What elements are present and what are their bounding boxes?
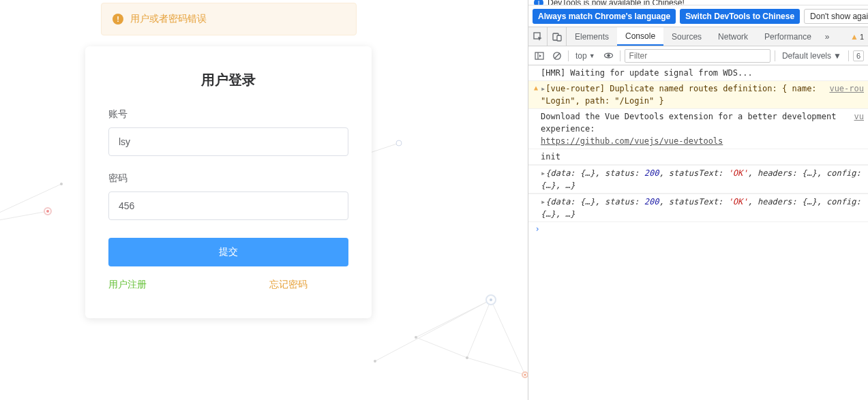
log-message: [HMR] Waiting for update signal from WDS… <box>541 67 864 79</box>
bg-decoration <box>368 273 539 400</box>
password-label: 密码 <box>108 172 348 185</box>
console-log-line: init <box>528 149 868 165</box>
device-toolbar-icon[interactable] <box>548 27 567 46</box>
tab-console[interactable]: Console <box>617 27 663 46</box>
devtools-panel: i DevTools is now available in Chinese! … <box>528 0 868 400</box>
svg-rect-23 <box>557 35 561 41</box>
svg-point-17 <box>524 374 526 376</box>
log-levels-selector[interactable]: Default levels▼ <box>779 51 844 61</box>
submit-button[interactable]: 提交 <box>108 238 348 266</box>
info-icon: i <box>534 0 543 5</box>
svg-point-18 <box>466 356 468 359</box>
svg-line-9 <box>491 300 525 375</box>
svg-line-1 <box>0 211 48 225</box>
devtools-info-bar: i DevTools is now available in Chinese! <box>528 0 868 5</box>
context-selector[interactable]: top▼ <box>573 50 598 62</box>
svg-point-15 <box>490 298 492 301</box>
alert-text: 用户或者密码错误 <box>130 13 207 25</box>
console-toolbar: top▼ Default levels▼ 6 <box>528 46 868 65</box>
match-language-button[interactable]: Always match Chrome's language <box>533 9 676 24</box>
devtools-tabs: Elements Console Sources Network Perform… <box>528 27 868 46</box>
console-log-line: ▸{data: {…}, status: 200, statusText: 'O… <box>528 194 868 222</box>
warning-icon: ! <box>113 14 123 25</box>
console-output: [HMR] Waiting for update signal from WDS… <box>528 65 868 400</box>
error-alert: ! 用户或者密码错误 <box>101 3 357 35</box>
register-link[interactable]: 用户注册 <box>108 279 228 291</box>
log-message: Download the Vue Devtools extension for … <box>541 110 849 147</box>
console-warning-line: ▲ ▸[vue-router] Duplicate named routes d… <box>528 81 868 109</box>
console-prompt[interactable]: › <box>528 222 868 236</box>
console-sidebar-toggle-icon[interactable] <box>533 49 546 63</box>
log-message: ▸{data: {…}, status: 200, statusText: 'O… <box>541 167 864 191</box>
tab-elements[interactable]: Elements <box>567 27 617 46</box>
log-source-link[interactable]: vue-rou <box>824 82 864 95</box>
console-filter-input[interactable] <box>625 49 770 63</box>
svg-line-8 <box>375 300 491 361</box>
svg-line-11 <box>416 300 491 337</box>
more-tabs-icon[interactable]: » <box>820 27 835 46</box>
log-message: ▸{data: {…}, status: 200, statusText: 'O… <box>541 196 864 220</box>
svg-line-0 <box>0 184 61 225</box>
log-message: ▸[vue-router] Duplicate named routes def… <box>541 82 824 107</box>
switch-language-button[interactable]: Switch DevTools to Chinese <box>680 9 800 24</box>
svg-line-12 <box>467 358 525 375</box>
svg-line-27 <box>554 53 559 58</box>
tab-performance[interactable]: Performance <box>756 27 820 46</box>
svg-point-29 <box>607 54 610 57</box>
dismiss-language-button[interactable]: Don't show again <box>804 9 868 24</box>
warning-icon: ▲ <box>531 82 541 93</box>
console-log-line: [HMR] Waiting for update signal from WDS… <box>528 65 868 81</box>
log-source-link[interactable]: vu <box>849 110 864 123</box>
login-title: 用户登录 <box>108 71 348 89</box>
live-expression-icon[interactable] <box>602 49 616 63</box>
bg-decoration <box>368 136 409 157</box>
login-card: 用户登录 账号 密码 提交 用户注册 忘记密码 <box>85 46 372 318</box>
inspect-element-icon[interactable] <box>528 27 548 46</box>
tab-sources[interactable]: Sources <box>663 27 710 46</box>
app-viewport: ! 用户或者密码错误 用户登录 账号 密码 提交 用户注册 忘记密码 <box>0 0 528 400</box>
svg-point-4 <box>60 183 63 185</box>
console-log-line: Download the Vue Devtools extension for … <box>528 109 868 149</box>
password-input[interactable] <box>108 191 348 220</box>
devtools-language-bar: Always match Chrome's language Switch De… <box>528 5 868 27</box>
svg-point-14 <box>486 295 496 305</box>
clear-console-icon[interactable] <box>550 49 564 63</box>
hidden-messages-count[interactable]: 6 <box>853 50 864 61</box>
log-message: init <box>541 151 864 163</box>
svg-point-19 <box>415 336 417 339</box>
tab-network[interactable]: Network <box>710 27 756 46</box>
svg-point-6 <box>396 140 402 146</box>
svg-line-13 <box>416 337 467 358</box>
account-label: 账号 <box>108 108 348 121</box>
svg-point-20 <box>374 360 376 363</box>
forgot-password-link[interactable]: 忘记密码 <box>228 279 348 291</box>
console-log-line: ▸{data: {…}, status: 200, statusText: 'O… <box>528 165 868 194</box>
link-row: 用户注册 忘记密码 <box>108 279 348 291</box>
svg-line-10 <box>467 300 491 358</box>
account-input[interactable] <box>108 127 348 156</box>
svg-line-5 <box>368 143 399 153</box>
svg-point-2 <box>44 208 51 215</box>
prompt-caret-icon: › <box>533 224 542 234</box>
info-text: DevTools is now available in Chinese! <box>548 0 685 5</box>
devtools-extension-link[interactable]: https://github.com/vuejs/vue-devtools <box>541 136 723 146</box>
warning-count-badge[interactable]: ▲1 <box>846 27 868 46</box>
svg-point-3 <box>46 210 49 213</box>
svg-point-16 <box>522 372 528 378</box>
